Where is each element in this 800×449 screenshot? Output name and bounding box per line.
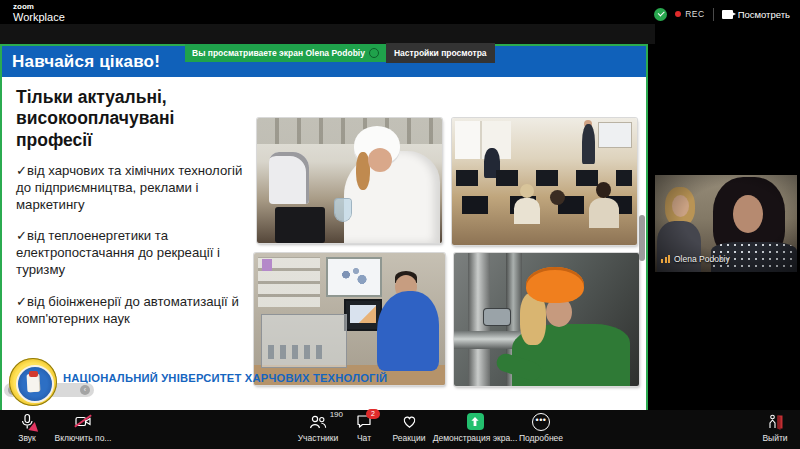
mute-button[interactable]: Звук [6, 413, 48, 443]
participants-icon [309, 414, 327, 430]
shared-screen-area: Навчайся цікаво! Вы просматриваете экран… [0, 44, 648, 412]
participants-label: Участники [298, 433, 339, 443]
photo-industrial-plant [454, 253, 639, 386]
share-screen-label: Демонстрация экра... [433, 433, 518, 443]
chat-badge: 2 [366, 409, 380, 419]
participants-button[interactable]: 190 Участники [292, 413, 344, 443]
zoom-meeting-window: zoom Workplace REC Посмотреть Навчайся ц… [0, 0, 800, 449]
university-logo [9, 358, 57, 406]
reactions-label: Реакции [393, 433, 426, 443]
participant-video-tile[interactable]: Olena Podobiy [655, 175, 797, 272]
chat-button[interactable]: 2 Чат [346, 413, 382, 443]
zoom-workplace-logo: zoom Workplace [13, 3, 65, 24]
leave-label: Выйти [762, 433, 787, 443]
share-screen-button[interactable]: Демонстрация экра... [434, 413, 516, 443]
viewing-banner: Вы просматриваете экран Olena Podobiy На… [185, 44, 495, 62]
slide-bullet-2: ✓від теплоенергетики та електропостачанн… [16, 227, 254, 278]
leave-meeting-icon [767, 414, 784, 430]
photo-computer-classroom [452, 118, 637, 245]
slide-back-icon[interactable]: ‹ [80, 385, 90, 395]
recording-indicator[interactable]: REC [675, 9, 704, 19]
view-button[interactable]: Посмотреть [722, 9, 790, 20]
rec-label: REC [685, 9, 704, 19]
share-screen-icon [467, 413, 484, 430]
slide-body: Тільки актуальні, високооплачувані профе… [2, 77, 646, 410]
audio-warning-icon [28, 421, 39, 432]
more-label: Подробнее [519, 433, 563, 443]
more-icon: ••• [532, 413, 550, 431]
heart-icon [401, 414, 418, 429]
photo-engineering-lab [254, 253, 445, 385]
screen-indicator-icon [369, 48, 379, 58]
leave-button[interactable]: Выйти [753, 413, 797, 443]
microscope-shape [269, 152, 309, 204]
participant-name: Olena Podobiy [674, 254, 730, 264]
start-video-label: Включить по... [55, 433, 112, 443]
hard-hat-shape [526, 267, 584, 303]
rec-dot-icon [675, 11, 681, 17]
chat-label: Чат [357, 433, 371, 443]
view-options-button[interactable]: Настройки просмотра [386, 43, 495, 63]
viewing-banner-text-wrap: Вы просматриваете экран Olena Podobiy [185, 44, 386, 62]
photo-chemistry-lab [257, 118, 442, 243]
brand-zoom: zoom [13, 3, 65, 11]
slide-header-title: Навчайся цікаво! [2, 52, 160, 72]
participant-name-label: Olena Podobiy [661, 254, 730, 264]
topright-controls: REC Посмотреть [654, 6, 790, 22]
view-label: Посмотреть [738, 9, 790, 20]
slide-bullet-3: ✓від біоінженерії до автоматизації й ком… [16, 293, 254, 327]
mute-label: Звук [18, 433, 35, 443]
participants-count: 190 [330, 410, 343, 419]
brand-workplace: Workplace [13, 12, 65, 24]
encryption-check-icon[interactable] [654, 8, 667, 21]
scrollbar-thumb[interactable] [639, 215, 645, 261]
meeting-toolbar: Звук Включить по... 19 [0, 410, 800, 449]
university-name: НАЦІОНАЛЬНИЙ УНІВЕРСИТЕТ ХАРЧОВИХ ТЕХНОЛ… [63, 372, 387, 384]
audio-level-icon [661, 255, 670, 263]
view-options-label: Настройки просмотра [394, 48, 487, 58]
topbar-divider [713, 8, 714, 21]
viewing-banner-text: Вы просматриваете экран Olena Podobiy [192, 48, 365, 58]
reactions-button[interactable]: Реакции [386, 413, 432, 443]
view-icon [722, 10, 733, 19]
slide-bullet-1: ✓від харчових та хімічних технологій до … [16, 162, 254, 213]
titlebar-strip [0, 24, 655, 44]
start-video-button[interactable]: Включить по... [52, 413, 114, 443]
more-button[interactable]: ••• Подробнее [516, 413, 566, 443]
slide-title: Тільки актуальні, високооплачувані профе… [16, 87, 248, 151]
